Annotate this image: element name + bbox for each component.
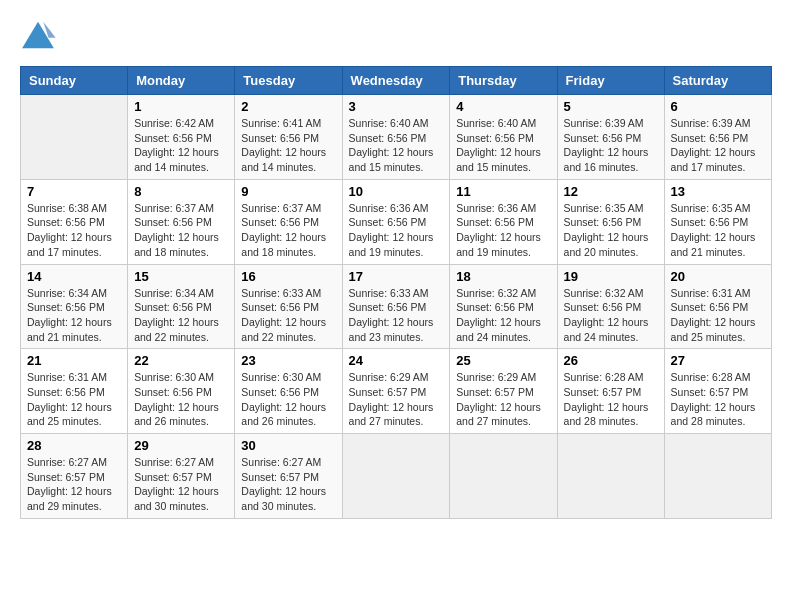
day-number: 3: [349, 99, 444, 114]
day-number: 30: [241, 438, 335, 453]
calendar-cell: 28Sunrise: 6:27 AMSunset: 6:57 PMDayligh…: [21, 434, 128, 519]
day-number: 23: [241, 353, 335, 368]
day-info: Sunrise: 6:39 AMSunset: 6:56 PMDaylight:…: [671, 116, 765, 175]
day-info: Sunrise: 6:28 AMSunset: 6:57 PMDaylight:…: [564, 370, 658, 429]
calendar-cell: 1Sunrise: 6:42 AMSunset: 6:56 PMDaylight…: [128, 95, 235, 180]
calendar-cell: 3Sunrise: 6:40 AMSunset: 6:56 PMDaylight…: [342, 95, 450, 180]
day-info: Sunrise: 6:35 AMSunset: 6:56 PMDaylight:…: [671, 201, 765, 260]
calendar-week-row: 1Sunrise: 6:42 AMSunset: 6:56 PMDaylight…: [21, 95, 772, 180]
calendar-cell: 7Sunrise: 6:38 AMSunset: 6:56 PMDaylight…: [21, 179, 128, 264]
calendar-cell: 10Sunrise: 6:36 AMSunset: 6:56 PMDayligh…: [342, 179, 450, 264]
calendar-cell: 19Sunrise: 6:32 AMSunset: 6:56 PMDayligh…: [557, 264, 664, 349]
day-info: Sunrise: 6:38 AMSunset: 6:56 PMDaylight:…: [27, 201, 121, 260]
day-info: Sunrise: 6:34 AMSunset: 6:56 PMDaylight:…: [134, 286, 228, 345]
day-number: 15: [134, 269, 228, 284]
day-number: 20: [671, 269, 765, 284]
day-number: 16: [241, 269, 335, 284]
day-number: 22: [134, 353, 228, 368]
day-number: 14: [27, 269, 121, 284]
calendar-cell: 5Sunrise: 6:39 AMSunset: 6:56 PMDaylight…: [557, 95, 664, 180]
day-number: 9: [241, 184, 335, 199]
day-number: 24: [349, 353, 444, 368]
calendar-cell: [664, 434, 771, 519]
logo: [20, 20, 62, 50]
day-header-friday: Friday: [557, 67, 664, 95]
day-number: 11: [456, 184, 550, 199]
calendar-cell: 2Sunrise: 6:41 AMSunset: 6:56 PMDaylight…: [235, 95, 342, 180]
day-info: Sunrise: 6:27 AMSunset: 6:57 PMDaylight:…: [134, 455, 228, 514]
calendar-cell: [342, 434, 450, 519]
day-info: Sunrise: 6:40 AMSunset: 6:56 PMDaylight:…: [456, 116, 550, 175]
day-info: Sunrise: 6:39 AMSunset: 6:56 PMDaylight:…: [564, 116, 658, 175]
calendar-cell: 4Sunrise: 6:40 AMSunset: 6:56 PMDaylight…: [450, 95, 557, 180]
day-info: Sunrise: 6:35 AMSunset: 6:56 PMDaylight:…: [564, 201, 658, 260]
day-header-saturday: Saturday: [664, 67, 771, 95]
calendar-week-row: 28Sunrise: 6:27 AMSunset: 6:57 PMDayligh…: [21, 434, 772, 519]
day-number: 2: [241, 99, 335, 114]
calendar-week-row: 7Sunrise: 6:38 AMSunset: 6:56 PMDaylight…: [21, 179, 772, 264]
day-number: 10: [349, 184, 444, 199]
day-info: Sunrise: 6:27 AMSunset: 6:57 PMDaylight:…: [27, 455, 121, 514]
calendar-cell: 6Sunrise: 6:39 AMSunset: 6:56 PMDaylight…: [664, 95, 771, 180]
day-info: Sunrise: 6:33 AMSunset: 6:56 PMDaylight:…: [241, 286, 335, 345]
day-number: 21: [27, 353, 121, 368]
calendar-cell: 30Sunrise: 6:27 AMSunset: 6:57 PMDayligh…: [235, 434, 342, 519]
day-info: Sunrise: 6:37 AMSunset: 6:56 PMDaylight:…: [241, 201, 335, 260]
calendar-cell: 18Sunrise: 6:32 AMSunset: 6:56 PMDayligh…: [450, 264, 557, 349]
calendar-cell: 22Sunrise: 6:30 AMSunset: 6:56 PMDayligh…: [128, 349, 235, 434]
calendar-cell: [21, 95, 128, 180]
calendar-cell: 25Sunrise: 6:29 AMSunset: 6:57 PMDayligh…: [450, 349, 557, 434]
day-number: 8: [134, 184, 228, 199]
calendar-cell: 12Sunrise: 6:35 AMSunset: 6:56 PMDayligh…: [557, 179, 664, 264]
day-info: Sunrise: 6:36 AMSunset: 6:56 PMDaylight:…: [456, 201, 550, 260]
calendar-cell: 13Sunrise: 6:35 AMSunset: 6:56 PMDayligh…: [664, 179, 771, 264]
calendar-cell: 16Sunrise: 6:33 AMSunset: 6:56 PMDayligh…: [235, 264, 342, 349]
day-number: 6: [671, 99, 765, 114]
day-header-thursday: Thursday: [450, 67, 557, 95]
day-info: Sunrise: 6:40 AMSunset: 6:56 PMDaylight:…: [349, 116, 444, 175]
calendar-table: SundayMondayTuesdayWednesdayThursdayFrid…: [20, 66, 772, 519]
calendar-week-row: 14Sunrise: 6:34 AMSunset: 6:56 PMDayligh…: [21, 264, 772, 349]
calendar-cell: 8Sunrise: 6:37 AMSunset: 6:56 PMDaylight…: [128, 179, 235, 264]
day-header-monday: Monday: [128, 67, 235, 95]
day-info: Sunrise: 6:42 AMSunset: 6:56 PMDaylight:…: [134, 116, 228, 175]
day-number: 1: [134, 99, 228, 114]
calendar-cell: 29Sunrise: 6:27 AMSunset: 6:57 PMDayligh…: [128, 434, 235, 519]
day-info: Sunrise: 6:29 AMSunset: 6:57 PMDaylight:…: [349, 370, 444, 429]
day-info: Sunrise: 6:30 AMSunset: 6:56 PMDaylight:…: [134, 370, 228, 429]
calendar-cell: 9Sunrise: 6:37 AMSunset: 6:56 PMDaylight…: [235, 179, 342, 264]
day-header-tuesday: Tuesday: [235, 67, 342, 95]
logo-icon: [20, 20, 56, 50]
calendar-cell: 15Sunrise: 6:34 AMSunset: 6:56 PMDayligh…: [128, 264, 235, 349]
day-info: Sunrise: 6:37 AMSunset: 6:56 PMDaylight:…: [134, 201, 228, 260]
day-info: Sunrise: 6:32 AMSunset: 6:56 PMDaylight:…: [564, 286, 658, 345]
day-number: 18: [456, 269, 550, 284]
day-info: Sunrise: 6:31 AMSunset: 6:56 PMDaylight:…: [27, 370, 121, 429]
calendar-header: SundayMondayTuesdayWednesdayThursdayFrid…: [21, 67, 772, 95]
day-number: 29: [134, 438, 228, 453]
page-header: [20, 20, 772, 50]
day-number: 26: [564, 353, 658, 368]
day-number: 17: [349, 269, 444, 284]
calendar-cell: 11Sunrise: 6:36 AMSunset: 6:56 PMDayligh…: [450, 179, 557, 264]
calendar-cell: 27Sunrise: 6:28 AMSunset: 6:57 PMDayligh…: [664, 349, 771, 434]
day-number: 12: [564, 184, 658, 199]
calendar-cell: 21Sunrise: 6:31 AMSunset: 6:56 PMDayligh…: [21, 349, 128, 434]
calendar-cell: 26Sunrise: 6:28 AMSunset: 6:57 PMDayligh…: [557, 349, 664, 434]
day-info: Sunrise: 6:36 AMSunset: 6:56 PMDaylight:…: [349, 201, 444, 260]
day-number: 13: [671, 184, 765, 199]
day-info: Sunrise: 6:28 AMSunset: 6:57 PMDaylight:…: [671, 370, 765, 429]
day-info: Sunrise: 6:27 AMSunset: 6:57 PMDaylight:…: [241, 455, 335, 514]
day-header-wednesday: Wednesday: [342, 67, 450, 95]
day-number: 25: [456, 353, 550, 368]
calendar-week-row: 21Sunrise: 6:31 AMSunset: 6:56 PMDayligh…: [21, 349, 772, 434]
day-info: Sunrise: 6:33 AMSunset: 6:56 PMDaylight:…: [349, 286, 444, 345]
day-info: Sunrise: 6:41 AMSunset: 6:56 PMDaylight:…: [241, 116, 335, 175]
calendar-cell: 24Sunrise: 6:29 AMSunset: 6:57 PMDayligh…: [342, 349, 450, 434]
calendar-cell: 17Sunrise: 6:33 AMSunset: 6:56 PMDayligh…: [342, 264, 450, 349]
day-number: 4: [456, 99, 550, 114]
calendar-cell: [557, 434, 664, 519]
day-number: 28: [27, 438, 121, 453]
day-number: 19: [564, 269, 658, 284]
day-number: 5: [564, 99, 658, 114]
